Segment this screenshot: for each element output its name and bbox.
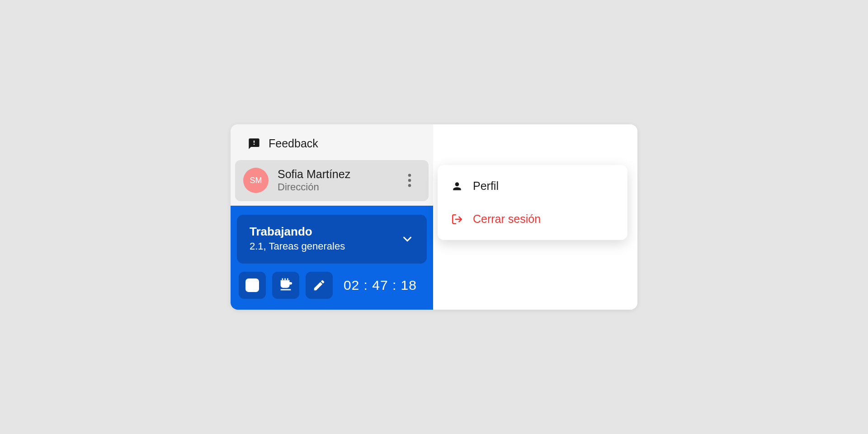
chevron-down-icon [401,232,414,246]
user-name: Sofia Martínez [278,167,392,181]
stop-icon [245,278,259,292]
pencil-icon [312,278,326,292]
break-button[interactable] [272,272,299,299]
left-panel: Feedback SM Sofia Martínez Dirección [231,124,433,310]
svg-point-0 [408,174,411,177]
svg-rect-5 [287,278,288,280]
stop-button[interactable] [239,272,266,299]
feedback-label: Feedback [269,137,318,150]
user-role: Dirección [278,181,392,194]
widget-card: Feedback SM Sofia Martínez Dirección [231,124,637,310]
more-button[interactable] [401,172,418,189]
avatar: SM [243,168,269,193]
user-info: Sofia Martínez Dirección [278,167,392,194]
menu-item-profile[interactable]: Perfil [438,170,627,203]
svg-rect-4 [284,278,286,280]
menu-item-logout[interactable]: Cerrar sesión [438,203,627,236]
timer-display: 02 : 47 : 18 [339,278,417,293]
status-selector[interactable]: Trabajando 2.1, Tareas generales [237,215,427,264]
user-menu-popover: Perfil Cerrar sesión [438,165,627,240]
canvas: Feedback SM Sofia Martínez Dirección [80,40,788,394]
svg-rect-3 [282,278,283,280]
more-vert-icon [408,174,411,187]
avatar-initials: SM [250,176,262,185]
status-subtitle: 2.1, Tareas generales [250,239,345,254]
timer-row: 02 : 47 : 18 [237,264,427,301]
feedback-row[interactable]: Feedback [231,124,433,160]
status-block: Trabajando 2.1, Tareas generales [231,206,433,310]
svg-point-2 [408,184,411,187]
menu-profile-label: Perfil [473,179,499,193]
menu-logout-label: Cerrar sesión [473,212,541,226]
user-row[interactable]: SM Sofia Martínez Dirección [235,160,429,201]
feedback-icon [248,137,260,150]
person-icon [451,180,463,192]
logout-icon [451,213,463,225]
status-text: Trabajando 2.1, Tareas generales [250,225,345,254]
coffee-icon [278,278,293,293]
svg-point-1 [408,179,411,182]
edit-button[interactable] [306,272,333,299]
status-title: Trabajando [250,225,345,239]
